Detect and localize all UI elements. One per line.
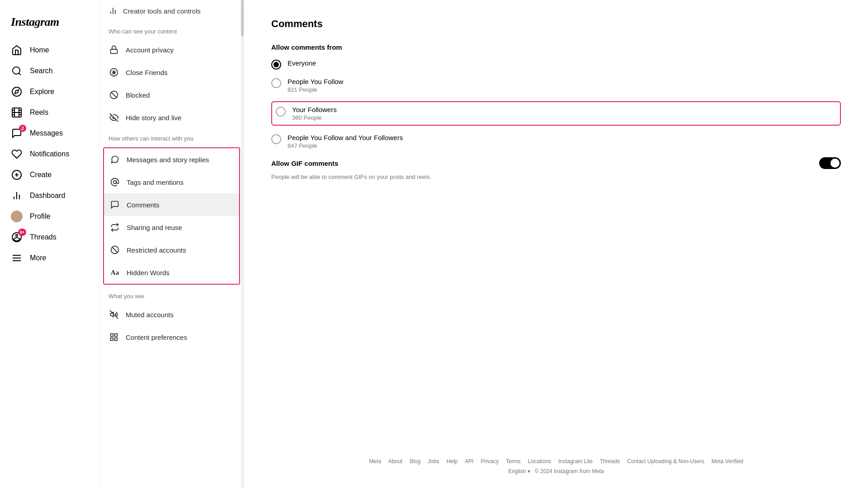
option-your-followers-highlighted[interactable]: Your Followers 360 People	[271, 101, 841, 126]
nav-label-home: Home	[30, 46, 49, 54]
footer-link-terms[interactable]: Terms	[506, 458, 521, 465]
footer-link-contact[interactable]: Contact Uploading & Non-Users	[627, 458, 704, 465]
messages-story-label: Messages and story replies	[127, 156, 209, 164]
footer-link-threads[interactable]: Threads	[600, 458, 620, 465]
restricted-label: Restricted accounts	[127, 246, 186, 254]
footer-link-locations[interactable]: Locations	[528, 458, 551, 465]
option-follow-followers[interactable]: People You Follow and Your Followers 847…	[271, 134, 841, 149]
settings-item-sharing[interactable]: Sharing and reuse	[104, 216, 239, 239]
lock-icon	[108, 44, 119, 55]
svg-rect-33	[111, 334, 113, 337]
footer-link-about[interactable]: About	[388, 458, 402, 465]
footer-link-help[interactable]: Help	[447, 458, 458, 465]
svg-rect-34	[115, 334, 118, 337]
footer-language-copyright: English ▾ © 2024 Instagram from Meta	[244, 468, 868, 474]
scrollbar-track[interactable]	[241, 0, 244, 488]
nav-label-explore: Explore	[30, 88, 54, 96]
mute-icon	[108, 309, 119, 320]
avatar	[11, 211, 23, 222]
plus-circle-icon	[11, 169, 23, 181]
gif-desc: People will be able to comment GIFs on y…	[271, 174, 841, 180]
settings-item-hide-story[interactable]: Hide story and live	[99, 106, 244, 129]
nav-item-dashboard[interactable]: Dashboard	[5, 185, 94, 206]
svg-rect-35	[111, 338, 113, 341]
option-people-follow-sub: 821 People	[288, 86, 343, 93]
svg-rect-36	[115, 338, 118, 341]
grid-icon	[108, 332, 119, 343]
footer-link-jobs[interactable]: Jobs	[428, 458, 439, 465]
svg-line-1	[19, 73, 21, 75]
scrollbar-thumb[interactable]	[241, 0, 244, 36]
settings-item-messages-story[interactable]: Messages and story replies	[104, 148, 239, 171]
nav-item-more[interactable]: More	[5, 248, 94, 268]
option-your-followers-sub: 360 People	[292, 114, 337, 121]
option-follow-followers-label: People You Follow and Your Followers	[288, 134, 403, 141]
svg-point-2	[12, 87, 21, 96]
section-how-others: How others can interact with you	[99, 129, 244, 145]
option-your-followers-label: Your Followers	[292, 106, 337, 113]
settings-creator-tools[interactable]: Creator tools and controls	[99, 0, 244, 22]
nav-item-profile[interactable]: Profile	[5, 206, 94, 227]
nav-item-create[interactable]: Create	[5, 164, 94, 185]
nav-item-reels[interactable]: Reels	[5, 102, 94, 123]
gif-toggle[interactable]	[819, 157, 841, 169]
footer-language[interactable]: English ▾	[508, 468, 530, 474]
muted-label: Muted accounts	[126, 311, 174, 319]
search-icon	[11, 65, 23, 77]
svg-line-32	[112, 247, 118, 253]
settings-item-comments[interactable]: Comments	[104, 193, 239, 216]
option-people-follow[interactable]: People You Follow 821 People	[271, 78, 841, 93]
footer-link-instagram-lite[interactable]: Instagram Lite	[558, 458, 593, 465]
footer-link-blog[interactable]: Blog	[410, 458, 420, 465]
nav-label-more: More	[30, 254, 46, 262]
radio-follow-followers[interactable]	[271, 134, 281, 144]
footer-link-meta[interactable]: Meta	[369, 458, 381, 465]
threads-badge: 9+	[18, 229, 26, 236]
account-privacy-label: Account privacy	[126, 46, 174, 54]
footer-link-privacy[interactable]: Privacy	[481, 458, 499, 465]
at-icon	[109, 177, 120, 188]
messages-icon: 2	[11, 127, 23, 139]
nav-item-explore[interactable]: Explore	[5, 81, 94, 102]
settings-item-content-prefs[interactable]: Content preferences	[99, 326, 244, 348]
nav-item-search[interactable]: Search	[5, 61, 94, 81]
footer-link-meta-verified[interactable]: Meta Verified	[712, 458, 743, 465]
radio-your-followers[interactable]	[276, 107, 286, 117]
nav-label-reels: Reels	[30, 108, 48, 117]
comments-title: Comments	[271, 18, 841, 30]
messages-badge: 2	[19, 125, 26, 132]
settings-item-blocked[interactable]: Blocked	[99, 84, 244, 106]
left-navigation: Instagram Home Search Explore	[0, 0, 99, 488]
section-what-you-see: What you see	[99, 286, 244, 303]
settings-item-close-friends[interactable]: Close Friends	[99, 61, 244, 84]
settings-item-account-privacy[interactable]: Account privacy	[99, 38, 244, 61]
section-who-can-see: Who can see your content	[99, 22, 244, 38]
settings-item-muted[interactable]: Muted accounts	[99, 303, 244, 326]
footer-link-api[interactable]: API	[465, 458, 473, 465]
nav-item-notifications[interactable]: Notifications	[5, 144, 94, 164]
radio-people-follow[interactable]	[271, 78, 281, 88]
hide-icon	[108, 112, 119, 123]
nav-label-messages: Messages	[30, 129, 63, 137]
settings-item-hidden-words[interactable]: Aa Hidden Words	[104, 261, 239, 284]
svg-point-0	[13, 67, 20, 74]
heart-icon	[11, 148, 23, 160]
blocked-label: Blocked	[126, 91, 150, 99]
menu-icon	[11, 252, 23, 264]
settings-item-restricted[interactable]: Restricted accounts	[104, 239, 239, 261]
sharing-label: Sharing and reuse	[127, 224, 182, 231]
option-follow-followers-sub: 847 People	[288, 142, 403, 149]
gif-section: Allow GIF comments People will be able t…	[271, 157, 841, 180]
option-everyone[interactable]: Everyone	[271, 59, 841, 70]
how-others-section-box: Messages and story replies Tags and ment…	[103, 147, 240, 285]
radio-everyone[interactable]	[271, 60, 281, 70]
block-icon	[108, 89, 119, 100]
settings-item-tags[interactable]: Tags and mentions	[104, 171, 239, 193]
footer-copyright: © 2024 Instagram from Meta	[535, 468, 604, 474]
nav-label-create: Create	[30, 171, 52, 179]
nav-item-threads[interactable]: 9+ Threads	[5, 227, 94, 248]
nav-item-home[interactable]: Home	[5, 40, 94, 61]
svg-line-28	[111, 92, 117, 98]
nav-item-messages[interactable]: 2 Messages	[5, 123, 94, 144]
threads-icon: 9+	[11, 231, 23, 243]
